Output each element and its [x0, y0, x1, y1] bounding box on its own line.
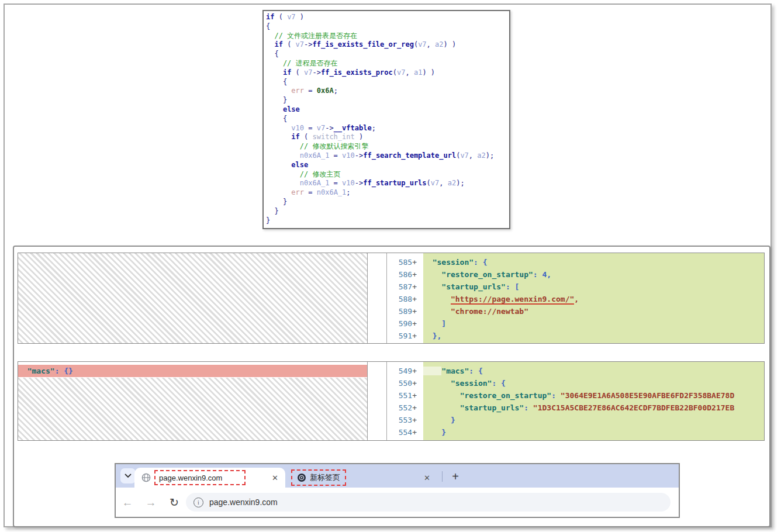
token [423, 379, 451, 388]
chevron-down-icon [125, 474, 132, 478]
token: , [469, 151, 477, 160]
tab-title: 新标签页 [310, 472, 340, 483]
added-marker: + [412, 416, 417, 424]
diff-removed-line: "macs": {} [18, 365, 367, 377]
token: { [266, 115, 287, 123]
code-line: else [266, 105, 509, 115]
code-line: } [266, 96, 509, 105]
added-lines-content: "macs": { "session": { "restore_on_start… [423, 362, 764, 440]
token: , [427, 40, 435, 49]
token: : [ [506, 282, 519, 291]
token [266, 151, 300, 160]
code-line: // 修改默认搜索引擎 [266, 142, 509, 151]
token: = [329, 179, 342, 187]
diff-added-line: "startup_urls": "1D3C15A5CBE27E86AC642EC… [423, 402, 764, 414]
token: "startup_urls" [460, 403, 524, 412]
code-line: // 修改主页 [266, 170, 509, 179]
forward-icon[interactable]: → [139, 497, 163, 508]
token: v7 [296, 40, 304, 49]
token: n0x6A_1 [300, 151, 330, 160]
tab-new-tab-page[interactable]: 新标签页 ✕ [286, 468, 437, 488]
token: , [439, 179, 447, 187]
token: // 文件或注册表是否存在 [266, 32, 357, 40]
token: : [524, 403, 533, 412]
token: v7 [431, 179, 439, 187]
token: v7 [304, 68, 312, 77]
info-icon[interactable]: i [193, 498, 203, 507]
line-number-value: 591 [399, 331, 412, 340]
code-line: } [266, 216, 509, 226]
diff-added-line: ] [423, 317, 764, 330]
missing-lines-hatch [18, 378, 367, 440]
diff-added-line: "session": { [423, 256, 764, 268]
token: = [329, 151, 342, 160]
added-marker: + [412, 319, 417, 328]
back-icon[interactable]: ← [116, 497, 139, 508]
line-number-value: 549 [399, 367, 412, 375]
line-number: 591+ [387, 330, 423, 342]
decompiler-pseudocode-panel: if ( v7 ){ // 文件或注册表是否存在 if ( v7->ff_is_… [262, 10, 510, 229]
code-line: // 文件或注册表是否存在 [266, 32, 509, 41]
browser-logo-icon [297, 473, 306, 482]
close-tab-icon[interactable]: ✕ [424, 474, 430, 482]
added-marker: + [412, 379, 417, 388]
token: err [291, 87, 304, 95]
token: a1 [414, 68, 422, 77]
token: 0x6A [317, 87, 334, 95]
code-line: if ( v7 ) [266, 13, 509, 22]
token [266, 179, 300, 187]
token: "restore_on_startup" [460, 391, 552, 400]
token: v7 [460, 151, 468, 160]
token: } [423, 428, 446, 437]
token: } [266, 207, 279, 215]
code-line: } [266, 207, 509, 216]
line-number: 587+ [387, 281, 423, 293]
token [423, 391, 460, 400]
token: v7 [317, 124, 325, 132]
diff-right-pane-new: 549+550+551+552+553+554+ "macs": { "sess… [386, 362, 764, 440]
token: v7 [397, 68, 405, 77]
token: = [304, 124, 317, 132]
globe-icon [141, 473, 151, 482]
token [266, 133, 291, 141]
token: -> [313, 68, 321, 77]
code-line: err = n0x6A_1; [266, 188, 509, 198]
code-line: { [266, 115, 509, 124]
token: ; [346, 188, 350, 196]
token: ) [355, 133, 363, 141]
token: : { [492, 379, 505, 388]
added-marker: + [412, 282, 417, 291]
new-tab-button[interactable]: + [448, 469, 463, 484]
token [266, 68, 283, 77]
token: : { [474, 258, 487, 267]
page-frame: if ( v7 ){ // 文件或注册表是否存在 if ( v7->ff_is_… [4, 4, 772, 527]
browser-tab-strip: page.wenxin9.com ✕ [116, 464, 679, 488]
line-number-value: 550 [399, 379, 412, 388]
tab-page-wenxin9[interactable]: page.wenxin9.com ✕ [134, 468, 285, 488]
line-number-value: 588 [399, 295, 412, 303]
close-tab-icon[interactable]: ✕ [272, 474, 278, 482]
token: = [304, 87, 317, 95]
line-number-value: 553 [399, 416, 412, 424]
diff-added-line: "session": { [423, 377, 764, 389]
address-bar[interactable]: i page.wenxin9.com [186, 493, 671, 512]
added-lines-content: "session": { "restore_on_startup": 4, "s… [423, 253, 764, 343]
token [423, 367, 441, 375]
token: : {} [55, 367, 73, 375]
token: { [266, 78, 287, 86]
code-line: } [266, 198, 509, 207]
added-marker: + [412, 367, 417, 375]
reload-icon[interactable]: ↻ [163, 497, 186, 508]
diff-added-line: "https://page.wenxin9.com/", [423, 293, 764, 305]
tab-search-button[interactable] [120, 468, 136, 483]
diff-comparison-container: 585+586+587+588+589+590+591+ "session": … [13, 246, 770, 527]
token [266, 105, 283, 113]
token: else [291, 161, 308, 169]
code-line: err = 0x6A; [266, 87, 509, 96]
token: ff_is_exists_file_or_reg [313, 40, 414, 49]
token: , [574, 295, 579, 303]
address-url: page.wenxin9.com [209, 498, 278, 507]
line-number-value: 554 [399, 428, 412, 437]
line-number-value: 586 [399, 270, 412, 279]
token: -> [304, 40, 312, 49]
